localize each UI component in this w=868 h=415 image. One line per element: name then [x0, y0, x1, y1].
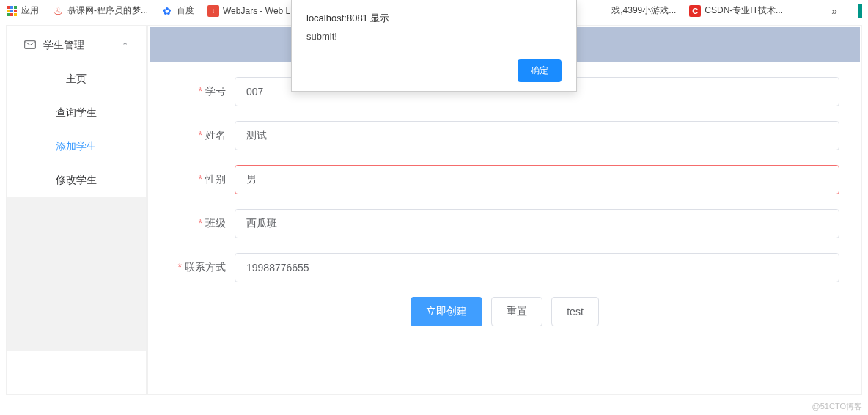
bookmark-label: 百度 [177, 4, 194, 17]
bookmark-baidu[interactable]: ✿ 百度 [161, 4, 194, 17]
form-row-name: *姓名 [170, 121, 839, 150]
bookmark-label: CSDN-专业IT技术... [705, 4, 783, 17]
sidebar-header[interactable]: 学生管理 ⌃ [7, 26, 146, 62]
sidebar-header-label: 学生管理 [43, 39, 84, 52]
envelope-icon [24, 40, 36, 51]
dialog-ok-button[interactable]: 确定 [518, 59, 562, 82]
label-name: *姓名 [170, 129, 235, 142]
test-button[interactable]: test [551, 297, 599, 326]
form-row-gender: *性别 [170, 165, 839, 194]
dialog-title: localhost:8081 显示 [306, 12, 562, 25]
bookmark-imooc[interactable]: ♨ 慕课网-程序员的梦... [52, 4, 148, 17]
right-edge-indicator [858, 4, 862, 18]
label-sno: *学号 [170, 85, 235, 98]
input-contact[interactable] [235, 253, 839, 282]
sidebar-item-edit[interactable]: 修改学生 [7, 164, 146, 197]
bookmark-csdn[interactable]: C CSDN-专业IT技术... [689, 4, 783, 17]
input-gender[interactable] [235, 165, 839, 194]
bookmark-label: 慕课网-程序员的梦... [67, 4, 148, 17]
reset-button[interactable]: 重置 [491, 297, 542, 326]
alert-dialog: localhost:8081 显示 submit! 确定 [291, 0, 577, 92]
chevron-up-icon: ⌃ [122, 41, 128, 51]
bookmark-apps[interactable]: 应用 [6, 4, 39, 17]
form-row-class: *班级 [170, 209, 839, 238]
student-form: *学号 *姓名 *性别 *班级 *联系方式 立即创建 重置 [148, 62, 861, 347]
csdn-icon: C [689, 5, 701, 17]
sidebar-spacer [7, 197, 146, 351]
paw-icon: ✿ [161, 5, 173, 17]
webjars-icon: ↓ [207, 5, 219, 17]
dialog-message: submit! [306, 31, 562, 42]
sidebar-item-add[interactable]: 添加学生 [7, 130, 146, 164]
input-class[interactable] [235, 209, 839, 238]
fire-icon: ♨ [52, 5, 64, 17]
form-row-contact: *联系方式 [170, 253, 839, 282]
bookmark-overflow-icon[interactable]: » [831, 5, 842, 17]
sidebar-item-query[interactable]: 查询学生 [7, 96, 146, 130]
sidebar: 学生管理 ⌃ 主页 查询学生 添加学生 修改学生 [6, 25, 147, 395]
input-name[interactable] [235, 121, 839, 150]
label-gender: *性别 [170, 173, 235, 186]
bookmark-label: 应用 [21, 4, 39, 17]
apps-grid-icon [6, 5, 18, 17]
svg-rect-0 [25, 41, 36, 49]
form-actions: 立即创建 重置 test [170, 297, 839, 326]
label-class: *班级 [170, 217, 235, 230]
bookmark-game[interactable]: 戏,4399小游戏... [611, 4, 676, 17]
sidebar-item-home[interactable]: 主页 [7, 62, 146, 96]
label-contact: *联系方式 [170, 261, 235, 274]
bookmark-webjars[interactable]: ↓ WebJars - Web L [207, 5, 290, 17]
submit-button[interactable]: 立即创建 [411, 297, 482, 326]
bookmark-label: WebJars - Web L [223, 6, 290, 16]
bookmark-label: 戏,4399小游戏... [611, 4, 676, 17]
